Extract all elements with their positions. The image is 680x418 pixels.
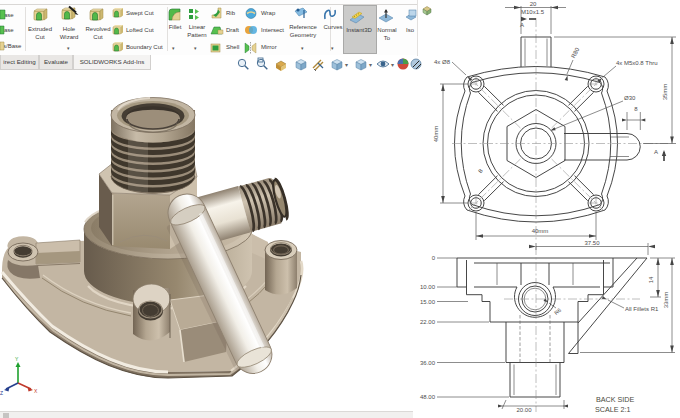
- svg-text:0: 0: [432, 255, 436, 261]
- svg-text:15.00: 15.00: [420, 299, 436, 305]
- svg-text:M10x1.5: M10x1.5: [521, 9, 545, 15]
- svg-text:40mm: 40mm: [433, 126, 439, 143]
- svg-text:20.00: 20.00: [516, 407, 532, 413]
- svg-text:37.50: 37.50: [584, 240, 600, 246]
- svg-text:10.00: 10.00: [420, 284, 436, 290]
- svg-text:A: A: [654, 149, 658, 155]
- svg-text:▾: ▾: [391, 62, 394, 68]
- svg-text:R80: R80: [570, 46, 581, 59]
- svg-text:A: A: [520, 22, 524, 28]
- svg-text:4x M5x0.8 Thru: 4x M5x0.8 Thru: [616, 60, 658, 66]
- svg-text:Ø30: Ø30: [624, 95, 636, 101]
- svg-text:33mm: 33mm: [663, 292, 669, 309]
- svg-text:4x Ø8: 4x Ø8: [434, 59, 451, 65]
- svg-text:Z: Z: [0, 390, 3, 396]
- svg-text:B: B: [477, 167, 484, 174]
- svg-text:14: 14: [648, 276, 654, 283]
- svg-text:36.00: 36.00: [420, 360, 436, 366]
- svg-text:▾: ▾: [345, 62, 348, 68]
- svg-text:X: X: [34, 388, 38, 394]
- svg-text:22.00: 22.00: [420, 319, 436, 325]
- svg-text:35mm: 35mm: [662, 84, 668, 101]
- svg-text:40mm: 40mm: [532, 228, 549, 234]
- svg-text:8: 8: [634, 106, 638, 112]
- svg-text:20: 20: [530, 1, 537, 7]
- svg-text:SCALE 2:1: SCALE 2:1: [595, 405, 631, 414]
- svg-text:Y: Y: [15, 356, 19, 362]
- svg-text:48.00: 48.00: [420, 394, 436, 400]
- svg-text:R6: R6: [553, 307, 562, 316]
- svg-text:BACK SIDE: BACK SIDE: [596, 395, 635, 404]
- svg-text:All Fillets R1: All Fillets R1: [625, 306, 659, 312]
- svg-text:▾: ▾: [369, 62, 372, 68]
